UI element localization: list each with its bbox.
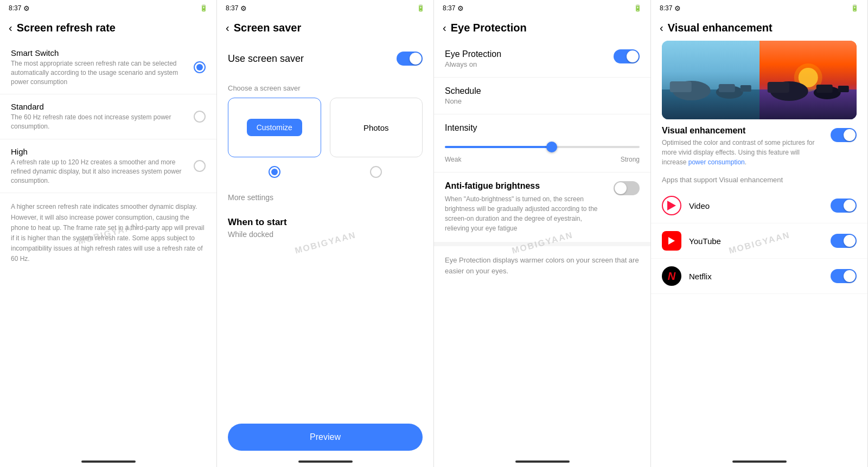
- standard-label: Standard: [11, 102, 194, 111]
- customize-radio[interactable]: [269, 166, 280, 178]
- slider-strong-label: Strong: [621, 156, 640, 163]
- slider-thumb[interactable]: [546, 142, 557, 152]
- eye-protection-notice: Eye Protection displays warmer colors on…: [434, 242, 650, 285]
- eye-protection-toggle[interactable]: [614, 49, 640, 63]
- time-display-4: 8:37: [660, 4, 672, 12]
- anti-fatigue-toggle[interactable]: [614, 181, 640, 195]
- youtube-toggle[interactable]: [831, 234, 857, 248]
- when-to-start-value: While docked: [228, 230, 423, 239]
- svg-rect-5: [719, 84, 735, 92]
- battery-icon-3: 🔋: [634, 4, 642, 12]
- svg-rect-15: [838, 86, 848, 92]
- intensity-section: Intensity Weak Strong: [434, 114, 650, 172]
- when-to-start-label: When to start: [228, 217, 423, 228]
- app-item-video: Video: [651, 188, 867, 223]
- content-1: Smart Switch The most appropriate screen…: [0, 41, 216, 467]
- intensity-slider[interactable]: [445, 142, 640, 152]
- video-toggle[interactable]: [831, 199, 857, 213]
- customize-button[interactable]: Customize: [247, 119, 302, 136]
- photos-radio[interactable]: [370, 166, 382, 178]
- screen-saver-toggle[interactable]: [397, 52, 423, 66]
- ve-power-link[interactable]: power consumption: [688, 158, 745, 166]
- status-time-1: 8:37 ⚙: [9, 4, 30, 12]
- gear-icon-4: ⚙: [674, 4, 681, 12]
- header-1: ‹ Screen refresh rate: [0, 16, 216, 41]
- content-4: Visual enhancement Optimised the color a…: [651, 41, 867, 467]
- status-bar-4: 8:37 ⚙ 🔋: [651, 0, 867, 16]
- header-2: ‹ Screen saver: [217, 16, 433, 41]
- standard-sublabel: The 60 Hz refresh rate does not increase…: [11, 113, 194, 131]
- anti-fatigue-label: Anti-fatigue brightness: [445, 181, 607, 191]
- status-bar-2: 8:37 ⚙ 🔋: [217, 0, 433, 16]
- slider-weak-label: Weak: [445, 156, 461, 163]
- page-title-2: Screen saver: [234, 22, 302, 34]
- ve-desc: Optimised the color and contrast of some…: [662, 138, 824, 167]
- saver-radio-row: [217, 166, 433, 187]
- app-item-netflix: N Netflix: [651, 259, 867, 294]
- image-after: [760, 41, 857, 119]
- smart-switch-sublabel: The most appropriate screen refresh rate…: [11, 59, 194, 86]
- bottom-indicator-2: [298, 460, 353, 463]
- preview-btn-row: Preview: [217, 424, 433, 451]
- schedule-value: None: [445, 97, 640, 105]
- slider-fill: [445, 146, 552, 148]
- ve-toggle[interactable]: [831, 128, 857, 142]
- netflix-icon: N: [662, 266, 681, 286]
- page-title-4: Visual enhancement: [668, 22, 773, 34]
- refresh-rate-notice: A higher screen refresh rate indicates s…: [0, 193, 216, 273]
- bottom-indicator-3: [515, 460, 570, 463]
- bottom-indicator-1: [81, 460, 136, 463]
- gear-icon-3: ⚙: [457, 4, 464, 12]
- status-bar-3: 8:37 ⚙ 🔋: [434, 0, 650, 16]
- battery-icon-2: 🔋: [417, 4, 425, 12]
- netflix-toggle[interactable]: [831, 269, 857, 283]
- intensity-label: Intensity: [445, 123, 640, 133]
- app-item-youtube: YouTube: [651, 223, 867, 259]
- schedule-item[interactable]: Schedule None: [434, 78, 650, 114]
- use-screen-saver-label: Use screen saver: [228, 53, 304, 65]
- high-label: High: [11, 147, 194, 156]
- time-display-3: 8:37: [443, 4, 455, 12]
- apps-support-label: Apps that support Visual enhancement: [651, 167, 867, 188]
- visual-enhancement-image: [662, 41, 857, 119]
- radio-inner-1: [196, 64, 203, 71]
- gear-icon-1: ⚙: [23, 4, 30, 12]
- standard-radio[interactable]: [194, 111, 206, 123]
- netflix-app-name: Netflix: [689, 272, 712, 281]
- back-button-1[interactable]: ‹: [9, 22, 12, 34]
- smart-switch-label: Smart Switch: [11, 48, 194, 57]
- saver-option-photos[interactable]: Photos: [330, 98, 423, 157]
- saver-option-customize[interactable]: Customize: [228, 98, 321, 157]
- when-to-start-section: When to start While docked: [217, 208, 433, 247]
- high-radio[interactable]: [194, 160, 206, 172]
- eye-protection-item: Eye Protection Always on: [434, 41, 650, 78]
- back-button-4[interactable]: ‹: [660, 22, 663, 34]
- svg-rect-14: [816, 85, 832, 93]
- ve-section: Visual enhancement Optimised the color a…: [651, 126, 867, 167]
- content-2: Use screen saver Choose a screen saver C…: [217, 41, 433, 467]
- more-settings-label: More settings: [228, 193, 273, 202]
- bottom-indicator-4: [732, 460, 787, 463]
- setting-high[interactable]: High A refresh rate up to 120 Hz creates…: [0, 139, 216, 193]
- more-settings-row[interactable]: More settings: [217, 187, 433, 208]
- schedule-label: Schedule: [445, 86, 640, 96]
- setting-smart-switch[interactable]: Smart Switch The most appropriate screen…: [0, 41, 216, 94]
- photos-label: Photos: [363, 123, 389, 132]
- youtube-app-name: YouTube: [689, 236, 721, 246]
- panel-visual-enhancement: 8:37 ⚙ 🔋 ‹ Visual enhancement: [651, 0, 868, 467]
- panel-screen-saver: 8:37 ⚙ 🔋 ‹ Screen saver Use screen saver…: [217, 0, 434, 467]
- back-button-3[interactable]: ‹: [443, 22, 446, 34]
- back-button-2[interactable]: ‹: [226, 22, 229, 34]
- smart-switch-radio[interactable]: [194, 61, 206, 73]
- header-4: ‹ Visual enhancement: [651, 16, 867, 41]
- panel-eye-protection: 8:37 ⚙ 🔋 ‹ Eye Protection Eye Protection…: [434, 0, 651, 467]
- time-display-1: 8:37: [9, 4, 21, 12]
- eye-protection-label: Eye Protection: [445, 49, 501, 59]
- preview-button[interactable]: Preview: [228, 424, 423, 451]
- setting-standard[interactable]: Standard The 60 Hz refresh rate does not…: [0, 94, 216, 139]
- video-icon: [662, 196, 681, 215]
- video-app-name: Video: [689, 201, 710, 210]
- toggle-knob: [410, 53, 422, 65]
- use-screen-saver-row: Use screen saver: [217, 41, 433, 76]
- content-3: Eye Protection Always on Schedule None I…: [434, 41, 650, 467]
